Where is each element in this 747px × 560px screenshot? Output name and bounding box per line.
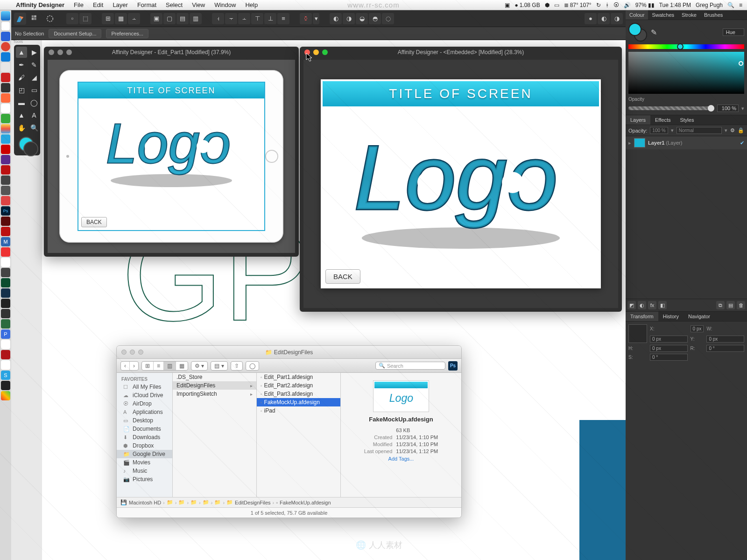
dock-app-icon[interactable] [1, 21, 10, 31]
transform-y-input[interactable]: 0 px [706, 336, 744, 343]
dock-app-icon[interactable] [1, 124, 10, 133]
opacity-icon[interactable]: ◧ [658, 301, 667, 309]
bool-button[interactable]: ◒ [356, 13, 368, 24]
status-bluetooth-icon[interactable]: ᚼ [606, 2, 609, 8]
sidebar-item[interactable]: ⬇Downloads [117, 433, 172, 441]
status-display-icon[interactable]: ▭ [554, 2, 559, 8]
dock-app-icon[interactable] [1, 278, 10, 287]
dock-app-icon[interactable] [1, 288, 10, 298]
align-button[interactable]: ⊥ [264, 13, 276, 24]
status-dropbox-icon[interactable]: ⬢ [545, 2, 550, 8]
delete-layer-icon[interactable]: 🗑 [737, 301, 745, 309]
notification-center-icon[interactable]: ≡ [739, 2, 742, 8]
dropdown-icon[interactable]: ▾ [313, 13, 319, 24]
snap-button[interactable]: ⊞ [102, 13, 114, 24]
transform-s-input[interactable]: 0 ° [650, 354, 688, 361]
sidebar-item[interactable]: ⬢Dropbox [117, 441, 172, 450]
text-tool-icon[interactable]: A [28, 110, 40, 121]
dock-app-icon[interactable] [1, 83, 10, 92]
tab-transform[interactable]: Transform [626, 312, 658, 321]
transform-w-input[interactable]: 0 px [650, 336, 688, 343]
sidebar-item-selected[interactable]: 📁Google Drive [117, 450, 172, 458]
toolbar-button[interactable]: ⬚ [79, 13, 92, 24]
menu-select[interactable]: Select [161, 1, 187, 8]
bool-button[interactable]: ◌ [382, 13, 394, 24]
back-button[interactable]: BACK [325, 269, 360, 284]
sidebar-item[interactable]: 📷Pictures [117, 475, 172, 483]
list-item[interactable]: ▫iPad [257, 406, 340, 415]
dock-app-icon[interactable] [1, 309, 10, 318]
folder-icon[interactable]: 📁 [167, 499, 173, 505]
rect-tool-icon[interactable]: ▬ [16, 97, 27, 108]
arrange-button[interactable]: ⚙ ▾ [191, 362, 207, 370]
app-name[interactable]: Affinity Designer [11, 1, 69, 8]
dock-app-icon[interactable] [1, 93, 10, 103]
finder-search-input[interactable]: 🔍 Search [375, 362, 445, 370]
status-user[interactable]: Greg Pugh [696, 2, 723, 8]
layer-expand-icon[interactable]: ▸ [628, 140, 631, 146]
opacity-value[interactable]: 100 % [717, 105, 739, 112]
toolbar-button[interactable]: ▫ [66, 13, 78, 24]
spotlight-icon[interactable]: 🔍 [727, 2, 734, 8]
add-layer-icon[interactable]: ▤ [726, 301, 735, 309]
view-button[interactable]: ◐ [598, 13, 610, 24]
transform-r-input[interactable]: 0 ° [706, 345, 744, 352]
file-icon[interactable]: ▫ [276, 500, 278, 505]
colour-swatch[interactable] [628, 23, 647, 42]
persona-pixel-icon[interactable] [29, 13, 41, 25]
bool-button[interactable]: ◓ [369, 13, 381, 24]
align-button[interactable]: ⫟ [225, 13, 237, 24]
view-list-button[interactable]: ≡ [154, 362, 164, 370]
view-column-button[interactable]: ▥ [164, 362, 176, 370]
menu-file[interactable]: File [69, 1, 88, 8]
menu-window[interactable]: Window [210, 1, 240, 8]
nav-back-button[interactable]: ‹ [121, 362, 130, 370]
menu-help[interactable]: Help [240, 1, 262, 8]
pen-tool-icon[interactable]: ✒ [16, 59, 27, 70]
dock-app-icon[interactable]: Ps [1, 206, 10, 216]
order-button[interactable]: ▣ [150, 13, 162, 24]
pencil-tool-icon[interactable]: ✎ [28, 59, 40, 70]
dock-app-icon[interactable] [1, 145, 10, 154]
menu-format[interactable]: Format [133, 1, 161, 8]
disk-icon[interactable]: 💾 [120, 499, 127, 505]
sidebar-item[interactable]: ⦿AirDrop [117, 399, 172, 408]
sidebar-item[interactable]: ♪Music [117, 467, 172, 475]
dock-app-icon[interactable] [1, 319, 10, 329]
dock-app-icon[interactable] [1, 52, 10, 62]
order-button[interactable]: ▥ [190, 13, 202, 24]
snap-button[interactable]: ⫠ [128, 13, 140, 24]
tab-history[interactable]: History [658, 312, 684, 321]
close-icon[interactable] [49, 49, 54, 55]
dock-app-icon[interactable] [1, 165, 10, 175]
dock-app-icon[interactable] [1, 175, 10, 185]
dock-app-icon[interactable] [1, 196, 10, 205]
dock-app-icon[interactable] [1, 73, 10, 82]
fx-icon[interactable]: fx [648, 301, 656, 309]
tab-styles[interactable]: Styles [675, 115, 698, 125]
list-item[interactable]: ImportingSketch▸ [173, 390, 256, 398]
dock-app-icon[interactable] [1, 391, 10, 400]
sidebar-item[interactable]: ▭Desktop [117, 416, 172, 425]
adjustment-icon[interactable]: ◐ [638, 301, 646, 309]
folder-icon[interactable]: 📁 [214, 499, 221, 505]
magnet-icon[interactable]: ⧲ [300, 13, 312, 24]
status-screenrec-icon[interactable]: ▣ [505, 2, 510, 8]
list-item-selected[interactable]: EditDesignFiles▸ [173, 381, 256, 390]
action-button[interactable]: ▤ ▾ [211, 362, 227, 370]
align-button[interactable]: ⫞ [212, 13, 224, 24]
dock-app-icon[interactable] [1, 63, 10, 72]
close-icon[interactable] [304, 49, 310, 55]
dock-app-icon[interactable]: S [1, 371, 10, 380]
dock-app-icon[interactable] [1, 104, 10, 113]
menu-edit[interactable]: Edit [88, 1, 108, 8]
add-tags-button[interactable]: Add Tags... [345, 456, 457, 462]
doc1-titlebar[interactable]: Affinity Designer - Edit_Part1 [Modified… [44, 47, 299, 58]
order-button[interactable]: ▤ [176, 13, 189, 24]
folder-icon[interactable]: 📁 [226, 499, 233, 505]
status-refresh-icon[interactable]: ↻ [596, 2, 601, 8]
sidebar-item[interactable]: 📄Documents [117, 425, 172, 433]
saturation-field[interactable] [628, 52, 744, 94]
dock-app-icon[interactable] [1, 114, 10, 123]
place-tool-icon[interactable]: ▭ [28, 84, 40, 96]
